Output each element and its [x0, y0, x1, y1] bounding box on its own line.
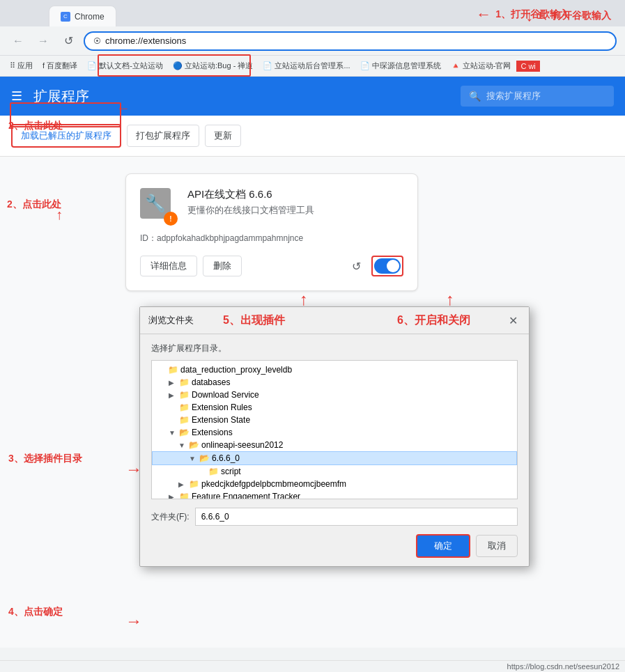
tree-item[interactable]: ▶ 📁 Feature Engagement Tracker — [152, 490, 517, 499]
dialog-cancel-btn[interactable]: 取消 — [476, 535, 518, 557]
search-icon: 🔍 — [469, 91, 481, 102]
bookmark-bug[interactable]: 🔵 立站运动:Bug - 禅道 — [169, 59, 257, 72]
bookmark-lizhan-official[interactable]: 🔺 立站运动-官网 — [447, 59, 516, 72]
dialog-file-input[interactable] — [195, 508, 518, 526]
annotation-2-text: 2、点击此处 — [7, 198, 61, 210]
annotation-arrow-1: ↓ — [525, 7, 533, 25]
folder-open-icon: 📂 — [199, 453, 210, 463]
address-bar[interactable]: ⦿ chrome://extensions — [84, 31, 617, 51]
dialog-body: 选择扩展程序目录。 📁 data_reduction_proxy_leveldb… — [140, 334, 529, 566]
annotation-1-wrap: ↓ 1、打开谷歌输入 — [525, 7, 611, 25]
tree-item-label: onlineapi-seesun2012 — [201, 440, 283, 450]
bookmark-admin[interactable]: 📄 立站运动后台管理系... — [259, 59, 354, 72]
tree-item[interactable]: ▼ 📂 Extensions — [152, 426, 517, 439]
dialog-file-row: 文件夹(F): — [151, 508, 518, 526]
browser-chrome: C Chrome ← → ↺ ⦿ chrome://extensions ↓ 1… — [0, 0, 625, 77]
folder-icon: 📁 — [179, 390, 190, 400]
ext-name: API在线文档 6.6.6 — [187, 188, 314, 201]
ext-desc: 更懂你的在线接口文档管理工具 — [187, 204, 314, 217]
bookmark-lizhan-doc[interactable]: 📄 默认文档-立站运动 — [83, 59, 167, 72]
chevron-right-icon: ▶ — [169, 379, 177, 386]
update-btn[interactable]: 更新 — [205, 125, 241, 147]
ext-header: ☰ 扩展程序 🔍 搜索扩展程序 — [0, 77, 625, 116]
address-bar-row: ← → ↺ ⦿ chrome://extensions ↓ 1、打开谷歌输入 — [0, 26, 625, 56]
tree-item-label: Extensions — [192, 428, 233, 437]
status-url: https://blog.csdn.net/seesun2012 — [507, 662, 619, 671]
tree-item-label: Feature Engagement Tracker — [192, 492, 300, 499]
folder-open-icon: 📂 — [189, 440, 199, 450]
dialog-file-label: 文件夹(F): — [151, 511, 190, 523]
tab-title: Chrome — [75, 12, 105, 22]
annotation-text-1: 1、打开谷歌输入 — [537, 10, 611, 22]
chevron-down-icon: ▼ — [189, 455, 197, 462]
ext-toggle[interactable] — [374, 258, 401, 274]
tree-item-label-selected: 6.6.6_0 — [212, 453, 240, 463]
tree-item-label: Extension State — [192, 415, 250, 425]
reload-ext-btn[interactable]: ↺ — [346, 256, 366, 276]
folder-icon: 📁 — [179, 377, 190, 387]
file-tree[interactable]: 📁 data_reduction_proxy_leveldb ▶ 📁 datab… — [151, 360, 518, 499]
ext-id: ID：adppfokahadkbphjpagdammpahmnjnce — [140, 233, 403, 244]
ext-actions: 详细信息 删除 ↺ — [140, 256, 403, 276]
tree-item[interactable]: 📁 Extension Rules — [152, 401, 517, 414]
apps-icon[interactable]: ⠿ 应用 — [6, 59, 37, 72]
tree-item[interactable]: 📁 data_reduction_proxy_leveldb — [152, 364, 517, 376]
pack-btn[interactable]: 打包扩展程序 — [127, 125, 199, 147]
ext-icon-badge: ! — [164, 212, 178, 226]
search-placeholder: 搜索扩展程序 — [486, 90, 541, 102]
load-unpacked-btn[interactable]: 加载已解压的扩展程序 — [11, 124, 121, 148]
chevron-right-icon: ▶ — [169, 391, 177, 399]
tree-item-selected[interactable]: ▼ 📂 6.6.6_0 — [152, 451, 517, 465]
tree-item[interactable]: ▶ 📁 pkedcjkdefgpdelpbcmbmeomcjbeemfm — [152, 478, 517, 490]
search-box[interactable]: 🔍 搜索扩展程序 — [461, 86, 614, 107]
tree-item[interactable]: 📁 script — [152, 465, 517, 478]
dialog-ok-btn[interactable]: 确定 — [416, 534, 470, 558]
detail-btn[interactable]: 详细信息 — [140, 256, 197, 276]
tree-item[interactable]: 📁 Extension State — [152, 414, 517, 426]
address-secure-icon: ⦿ — [93, 37, 101, 45]
bookmark-baidu[interactable]: f 百度翻译 — [38, 59, 82, 72]
folder-icon: 📁 — [179, 403, 190, 412]
tree-item-label: databases — [192, 377, 230, 387]
bookmark-zhongchen[interactable]: 📄 中琛源信息管理系统 — [356, 59, 445, 72]
forward-btn[interactable]: → — [33, 31, 53, 51]
tree-item[interactable]: ▶ 📁 Download Service — [152, 389, 517, 401]
bookmarks-bar: ⠿ 应用 f 百度翻译 📄 默认文档-立站运动 🔵 立站运动:Bug - 禅道 … — [0, 56, 625, 77]
ext-icon-wrap: 🔧 ! — [140, 188, 176, 224]
status-bar: https://blog.csdn.net/seesun2012 — [0, 660, 625, 672]
ext-toolbar: 加载已解压的扩展程序 打包扩展程序 更新 — [0, 116, 625, 157]
delete-btn[interactable]: 删除 — [203, 256, 242, 276]
back-btn[interactable]: ← — [8, 31, 28, 51]
hamburger-icon[interactable]: ☰ — [11, 88, 22, 104]
tree-item-label: data_reduction_proxy_leveldb — [180, 365, 292, 375]
chevron-right-icon: ▶ — [169, 493, 177, 500]
chevron-down-icon: ▼ — [169, 429, 177, 437]
folder-icon: 📁 — [179, 415, 190, 425]
dialog-close-btn[interactable]: ✕ — [505, 313, 520, 328]
chevron-down-icon: ▼ — [178, 442, 187, 449]
tree-item[interactable]: ▶ 📁 databases — [152, 376, 517, 389]
annotation-2-arrow: ↑ — [56, 207, 63, 223]
folder-icon: 📁 — [189, 479, 199, 489]
ext-info: API在线文档 6.6.6 更懂你的在线接口文档管理工具 — [187, 188, 314, 217]
tree-item[interactable]: ▼ 📂 onlineapi-seesun2012 — [152, 439, 517, 451]
dialog-dir-label: 选择扩展程序目录。 — [151, 343, 518, 354]
ext-card: 🔧 ! API在线文档 6.6.6 更懂你的在线接口文档管理工具 ID：adpp… — [125, 173, 418, 291]
reload-btn[interactable]: ↺ — [59, 31, 78, 51]
tree-item-label: Download Service — [192, 390, 259, 400]
dialog-title-bar: 浏览文件夹 ✕ — [140, 307, 529, 334]
ext-card-header: 🔧 ! API在线文档 6.6.6 更懂你的在线接口文档管理工具 — [140, 188, 403, 224]
ext-page-title: 扩展程序 — [33, 87, 449, 106]
tree-item-label: script — [221, 467, 241, 476]
folder-icon: 📁 — [168, 365, 178, 375]
file-dialog: 浏览文件夹 ✕ 选择扩展程序目录。 📁 data_reduction_proxy… — [139, 306, 530, 567]
chevron-right-icon: ▶ — [178, 480, 187, 488]
tree-item-label: pkedcjkdefgpdelpbcmbmeomcjbeemfm — [201, 479, 346, 489]
folder-open-icon: 📂 — [179, 428, 190, 437]
bookmark-c[interactable]: C wi — [516, 61, 539, 72]
tab-favicon: C — [61, 12, 70, 22]
toggle-wrap — [371, 256, 403, 276]
active-tab[interactable]: C Chrome — [49, 6, 116, 26]
tree-item-label: Extension Rules — [192, 403, 252, 412]
folder-icon: 📁 — [208, 467, 219, 476]
